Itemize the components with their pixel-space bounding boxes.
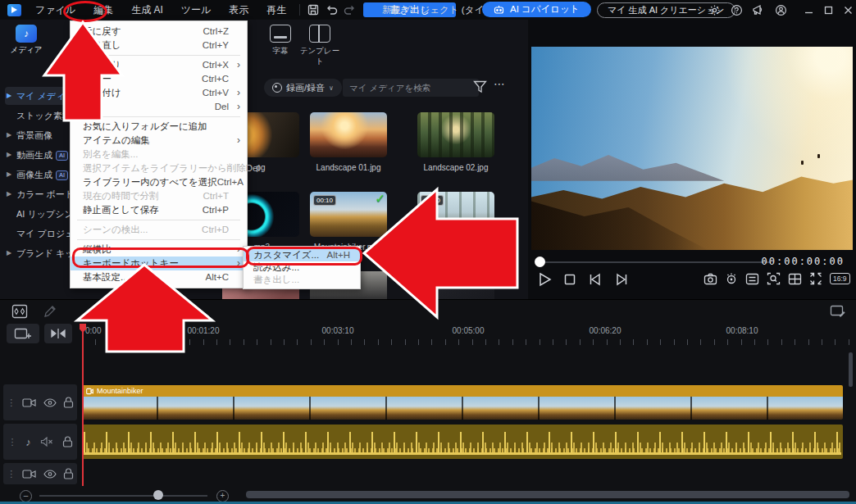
search-input[interactable] <box>343 79 479 97</box>
tab-template[interactable]: テンプレート <box>297 25 343 67</box>
track-visibility-toggle[interactable] <box>43 398 57 407</box>
aspect-ratio-badge[interactable]: 16:9 <box>830 273 850 284</box>
keyframe-grid-icon[interactable] <box>11 304 28 319</box>
fullscreen-icon[interactable] <box>809 272 822 285</box>
tab-media[interactable]: ♪ メディア <box>8 25 44 56</box>
filter-funnel-icon[interactable] <box>473 80 487 93</box>
split-screen-icon[interactable] <box>788 273 802 285</box>
media-thumbnail: 00:10 ✓ <box>310 192 387 237</box>
duration-badge: 00:10 <box>313 195 336 206</box>
menu-item-delete[interactable]: 削除Del <box>71 100 247 114</box>
menu-item-keyboard-hotkeys[interactable]: キーボードホットキー <box>71 257 247 270</box>
help-icon[interactable] <box>727 1 745 19</box>
menu-item-undo[interactable]: 元に戻すCtrl+Z <box>71 25 247 39</box>
window-close-button[interactable] <box>839 1 856 19</box>
menu-item-edit-item[interactable]: アイテムの編集 <box>71 134 247 148</box>
snapshot-camera-icon[interactable] <box>703 273 717 285</box>
media-thumbnail <box>310 112 387 157</box>
track-visibility-toggle[interactable] <box>43 470 57 479</box>
video-clip-mountainbiker[interactable]: Mountainbiker <box>82 385 843 420</box>
marker-list-icon[interactable] <box>745 273 759 285</box>
clip-video-icon <box>86 388 93 395</box>
video-track-2-header: ⋮ <box>3 463 77 484</box>
timeline-zoom-out-button[interactable]: – <box>20 490 32 502</box>
ai-badge: AI <box>56 151 68 161</box>
more-options-icon[interactable]: ⋯ <box>494 77 506 90</box>
next-frame-button[interactable] <box>614 273 629 286</box>
rider-figure <box>801 161 804 165</box>
media-item-partial[interactable] <box>417 271 494 299</box>
menu-item-save-as-still[interactable]: 静止画として保存Ctrl+P <box>71 203 247 217</box>
window-maximize-button[interactable] <box>819 1 837 19</box>
video-track-icon <box>22 397 36 408</box>
render-preview-icon[interactable] <box>725 272 738 285</box>
stop-button[interactable] <box>563 273 576 286</box>
drag-handle-icon[interactable]: ⋮ <box>7 437 16 447</box>
megaphone-icon[interactable] <box>749 1 767 19</box>
preview-panel: 00:00:00:00 <box>528 20 856 299</box>
menu-view[interactable]: 表示 <box>220 0 257 20</box>
media-item-mountainbiker[interactable]: 00:10 ✓ Mountainbiker.mp4 <box>310 192 387 252</box>
record-dropdown[interactable]: 録画/録音 ∨ <box>264 79 342 97</box>
menu-item-rename[interactable]: 別名を編集... <box>71 148 247 161</box>
timeline-ruler[interactable]: 0:00 00:01:20 00:03:10 00:05:00 00:06:20… <box>0 326 856 338</box>
menu-file[interactable]: ファイル <box>26 0 84 20</box>
media-item-landscape-02[interactable]: Landscape 02.jpg <box>417 112 494 172</box>
menu-item-copy[interactable]: コピーCtrl+C <box>71 72 247 86</box>
media-item-landscape-01[interactable]: Landscape 01.jpg <box>310 112 387 172</box>
menu-edit[interactable]: 編集 <box>84 0 122 20</box>
menu-item-add-to-favorites[interactable]: お気に入りフォルダーに追加 <box>71 120 247 134</box>
drag-handle-icon[interactable]: ⋮ <box>7 469 16 479</box>
timeline-zoom-slider[interactable] <box>39 495 207 497</box>
drag-handle-icon[interactable]: ⋮ <box>7 397 16 408</box>
preview-seekbar[interactable] <box>540 261 771 263</box>
submenu-item-customize[interactable]: カスタマイズ...Alt+H <box>244 249 360 261</box>
timeline-vertical-scrollbar[interactable] <box>849 352 853 387</box>
timeline-horizontal-scrollbar[interactable] <box>246 491 849 498</box>
timeline-settings-icon[interactable] <box>830 304 846 319</box>
submenu-item-export[interactable]: 書き出し... <box>244 274 360 286</box>
audio-clip-mountainbiker[interactable] <box>82 425 843 459</box>
undo-icon[interactable] <box>322 1 340 19</box>
titlebar: ファイル 編集 生成 AI ツール 表示 再生 書き出し 新規プロジェクト (タ… <box>0 0 856 20</box>
hotkey-submenu: カスタマイズ...Alt+H 読み込み... 書き出し... <box>243 246 361 289</box>
settings-gear-icon[interactable] <box>705 1 723 19</box>
draw-pen-icon[interactable] <box>43 304 58 319</box>
menu-item-aspect-ratio[interactable]: 縦横比 <box>71 243 247 257</box>
in-use-check-icon: ✓ <box>375 192 385 206</box>
audio-waveform <box>84 430 841 455</box>
divider <box>299 4 300 16</box>
play-button[interactable] <box>538 272 552 287</box>
menu-item-preferences[interactable]: 基本設定...Alt+C <box>71 270 247 284</box>
track-lock-toggle[interactable] <box>63 468 74 479</box>
menu-item-scene-detection[interactable]: シーンの検出...Ctrl+D <box>71 223 247 237</box>
save-icon[interactable] <box>304 1 322 19</box>
timeline-zoom-in-button[interactable]: + <box>216 490 229 502</box>
menu-item-cut[interactable]: 切り取りCtrl+X <box>71 58 247 72</box>
redo-icon[interactable] <box>340 1 358 19</box>
window-minimize-button[interactable] <box>799 1 817 19</box>
video-track-header: ⋮ <box>3 384 77 420</box>
previous-frame-button[interactable] <box>588 273 603 286</box>
playhead-line <box>82 325 84 486</box>
menu-tools[interactable]: ツール <box>172 0 221 20</box>
menu-generative-ai[interactable]: 生成 AI <box>122 0 172 20</box>
menu-item-select-all-in-library[interactable]: ライブラリー内のすべてを選択Ctrl+A <box>71 175 247 189</box>
seekbar-handle[interactable] <box>535 257 545 267</box>
submenu-item-import[interactable]: 読み込み... <box>244 261 360 274</box>
account-icon[interactable] <box>772 1 790 19</box>
menu-item-split-at-playhead[interactable]: 現在の時間で分割Ctrl+T <box>71 189 247 203</box>
preview-zoom-icon[interactable] <box>767 272 781 285</box>
menu-item-remove-from-library[interactable]: 選択アイテムをライブラリーから削除Del <box>71 161 247 175</box>
timeline-zoom-slider-handle[interactable] <box>153 490 163 500</box>
track-lock-toggle[interactable] <box>62 436 73 447</box>
menu-item-paste[interactable]: 貼り付けCtrl+V <box>71 86 247 100</box>
ai-copilot-button[interactable]: AI コパイロット <box>482 2 591 17</box>
media-item-video[interactable]: 00:10 p4 <box>417 192 494 252</box>
menu-item-redo[interactable]: やり直しCtrl+Y <box>71 39 247 52</box>
preview-timecode: 00:00:00:00 <box>762 256 845 267</box>
track-mute-toggle[interactable] <box>40 437 53 447</box>
menu-playback[interactable]: 再生 <box>257 0 295 20</box>
track-lock-toggle[interactable] <box>63 397 74 408</box>
ai-badge: AI <box>56 170 68 180</box>
